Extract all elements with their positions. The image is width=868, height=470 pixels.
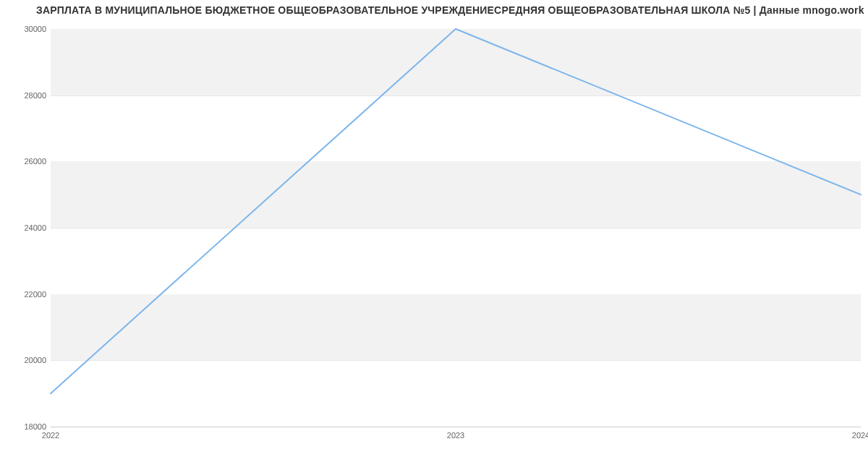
y-tick-label: 24000 [3, 223, 46, 232]
chart-title: ЗАРПЛАТА В МУНИЦИПАЛЬНОЕ БЮДЖЕТНОЕ ОБЩЕО… [36, 4, 864, 16]
series-line [51, 29, 861, 393]
y-tick-label: 28000 [3, 91, 46, 100]
x-tick-label: 2022 [42, 431, 59, 440]
y-tick-label: 20000 [3, 356, 46, 364]
y-tick-label: 26000 [3, 157, 46, 166]
x-tick-label: 2024 [852, 431, 868, 440]
chart-container: ЗАРПЛАТА В МУНИЦИПАЛЬНОЕ БЮДЖЕТНОЕ ОБЩЕО… [0, 0, 868, 470]
y-tick-label: 30000 [3, 25, 46, 33]
plot-area [51, 29, 861, 427]
line-series-layer [51, 29, 861, 427]
y-tick-label: 18000 [3, 422, 46, 431]
x-tick-label: 2023 [447, 431, 464, 440]
y-tick-label: 22000 [3, 290, 46, 299]
